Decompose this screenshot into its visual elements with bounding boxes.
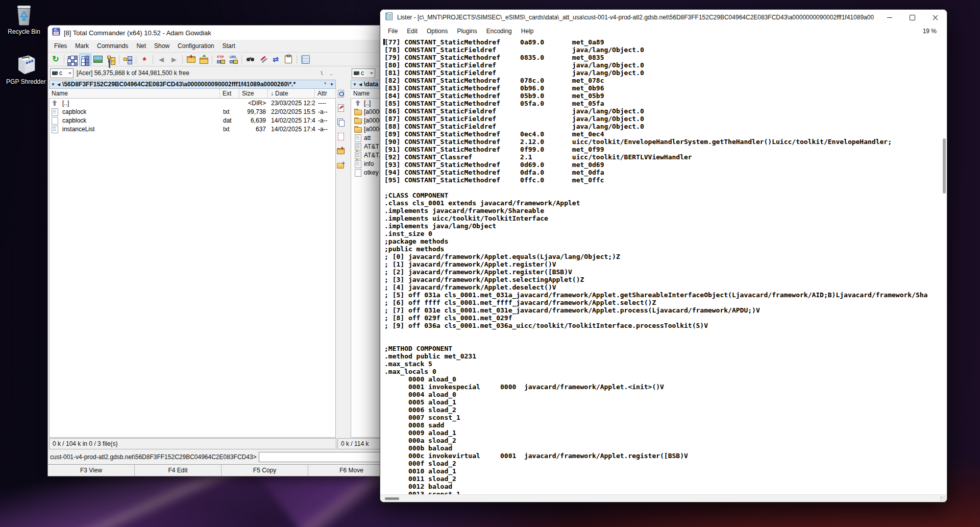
chevron-down-icon (370, 73, 373, 76)
toolbar-tree-view-button[interactable] (105, 54, 117, 65)
tc-panels: c [Acer] 56,375,868 k of 344,981,500 k f… (48, 66, 395, 438)
strip-copy-button[interactable] (337, 118, 345, 126)
horizontal-scrollbar[interactable] (380, 494, 947, 502)
strip-move-button[interactable] (337, 133, 345, 140)
f5-copy-button[interactable]: F5 Copy (222, 465, 308, 476)
lister-app-icon (385, 12, 393, 22)
lister-menu-items: FileEditOptionsPluginsEncodingHelp (383, 26, 538, 36)
column-header-size[interactable]: Size (239, 89, 268, 98)
minimize-button[interactable] (878, 10, 901, 25)
toolbar-sync-dirs-button[interactable]: ⇄ (270, 54, 282, 65)
file-date: 22/02/2025 15:55 (268, 108, 315, 115)
strip-edit-button[interactable] (337, 104, 345, 112)
toolbar-ftp-url-button[interactable]: URL (227, 54, 239, 65)
left-path-row[interactable]: ▼ ◀ \56D8F3FF152C29BC04964C2E083FCD43\a0… (49, 80, 336, 89)
lister-menu-plugins[interactable]: Plugins (452, 26, 481, 36)
file-icon (354, 134, 361, 141)
file-name: [..] (364, 100, 371, 107)
command-line-input[interactable] (259, 452, 393, 462)
toolbar-pack-button[interactable] (185, 54, 197, 65)
file-attr: ---- (315, 100, 335, 107)
recycle-bin-desktop-icon[interactable]: Recycle Bin (1, 3, 47, 35)
strip-pack-button[interactable] (337, 147, 345, 155)
lister-window-title: Lister - [c\_MNT\PROJECTS\SIMSEC\_eSIMS\… (397, 14, 874, 21)
toolbar-special-button[interactable]: * (138, 54, 151, 65)
resize-grip[interactable] (940, 496, 945, 501)
parent-dir-button[interactable]: .. (328, 69, 335, 77)
toolbar-multi-rename-button[interactable] (257, 54, 269, 65)
toolbar-separator[interactable] (134, 54, 138, 65)
toolbar-brief-view-button[interactable] (66, 54, 79, 65)
history-down-icon[interactable]: ▼ (51, 82, 55, 87)
history-down-icon[interactable]: ▼ (353, 82, 357, 87)
lister-menu-options[interactable]: Options (422, 26, 452, 36)
toolbar-separator[interactable] (240, 54, 243, 65)
lister-window: Lister - [c\_MNT\PROJECTS\SIMSEC\_eSIMS\… (380, 9, 947, 502)
strip-new-folder-button[interactable] (337, 161, 345, 169)
column-header-date[interactable]: ↓Date (268, 89, 315, 98)
lister-menu-help[interactable]: Help (517, 26, 538, 36)
lister-titlebar[interactable]: Lister - [c\_MNT\PROJECTS\SIMSEC\_eSIMS\… (380, 10, 947, 25)
menu-files[interactable]: Files (50, 41, 71, 51)
file-row[interactable]: capblock dat 6,639 14/02/2025 17:43 -a-- (50, 116, 335, 125)
file-icon (354, 152, 361, 159)
file-row[interactable]: instanceList txt 637 14/02/2025 17:43 -a… (50, 125, 335, 133)
menu-net[interactable]: Net (132, 41, 150, 51)
toolbar-thumbnail-view-button[interactable] (92, 54, 104, 65)
maximize-button[interactable] (901, 10, 924, 25)
file-size: 637 (240, 126, 268, 133)
toolbar-refresh-button[interactable]: ↻ (50, 54, 62, 65)
column-header-name[interactable]: Name (49, 89, 220, 98)
toolbar-full-view-button[interactable] (79, 54, 91, 65)
toolbar-ftp-connect-button[interactable]: FTP (214, 54, 227, 65)
f3-view-button[interactable]: F3 View (48, 465, 135, 476)
toolbar-separator[interactable] (62, 54, 66, 65)
column-header-attr[interactable]: Attr (315, 89, 336, 98)
menu-start[interactable]: Start (218, 41, 239, 51)
favorites-button[interactable]: * (323, 82, 328, 87)
toolbar-separator[interactable] (117, 54, 121, 65)
strip-view-button[interactable] (337, 90, 345, 98)
left-drive-letter: c (59, 69, 67, 77)
toolbar-back-button[interactable]: ◀ (155, 54, 167, 65)
toolbar-separator[interactable] (210, 54, 214, 65)
toolbar-search-button[interactable] (244, 54, 256, 65)
vertical-scrollbar-thumb[interactable] (943, 138, 946, 194)
left-drive-combo[interactable]: c (50, 68, 74, 78)
file-attr: -a-- (315, 117, 335, 124)
f4-edit-button[interactable]: F4 Edit (135, 465, 222, 476)
toolbar-clipboard-button[interactable] (282, 54, 295, 65)
file-icon (51, 126, 58, 133)
toolbar-notepad-button[interactable] (299, 54, 311, 65)
file-name: instanceList (60, 126, 220, 133)
pgp-shredder-icon: PGP (3, 51, 49, 77)
lister-menu-file[interactable]: File (383, 26, 402, 36)
file-name: capblock (60, 108, 220, 115)
menu-show[interactable]: Show (150, 41, 174, 51)
toolbar-separator[interactable] (295, 54, 299, 65)
menu-configuration[interactable]: Configuration (174, 41, 218, 51)
tc-titlebar[interactable]: [8] Total Commander (x64) 10.52 - Adam G… (48, 26, 395, 40)
toolbar-branch-view-button[interactable] (121, 54, 134, 65)
right-drive-combo[interactable]: c (352, 68, 375, 78)
menu-mark[interactable]: Mark (71, 41, 93, 51)
pgp-shredder-desktop-icon[interactable]: PGP PGP Shredder (3, 51, 49, 85)
sort-arrow-icon: ↓ (271, 90, 274, 97)
horizontal-scrollbar-thumb[interactable] (385, 497, 399, 500)
column-header-ext[interactable]: Ext (220, 89, 239, 98)
menu-commands[interactable]: Commands (93, 41, 132, 51)
lister-menu-encoding[interactable]: Encoding (482, 26, 517, 36)
history-button[interactable]: ▼ (330, 82, 334, 87)
toolbar-forward-button[interactable]: ▶ (168, 54, 180, 65)
file-row[interactable]: [..] <DIR> 23/03/2025 12:23 ---- (50, 99, 335, 107)
file-name: att (364, 134, 371, 141)
toolbar-unpack-button[interactable] (198, 54, 210, 65)
back-arrow-icon[interactable]: ◀ (57, 82, 60, 87)
toolbar-separator[interactable] (181, 54, 184, 65)
file-row[interactable]: capblock txt 99,738 22/02/2025 15:55 -a-… (50, 107, 335, 116)
root-dir-button[interactable]: \ (319, 69, 325, 77)
close-button[interactable] (924, 10, 947, 25)
toolbar-separator[interactable] (151, 54, 155, 65)
lister-menu-edit[interactable]: Edit (402, 26, 422, 36)
back-arrow-icon[interactable]: ◀ (359, 82, 362, 87)
